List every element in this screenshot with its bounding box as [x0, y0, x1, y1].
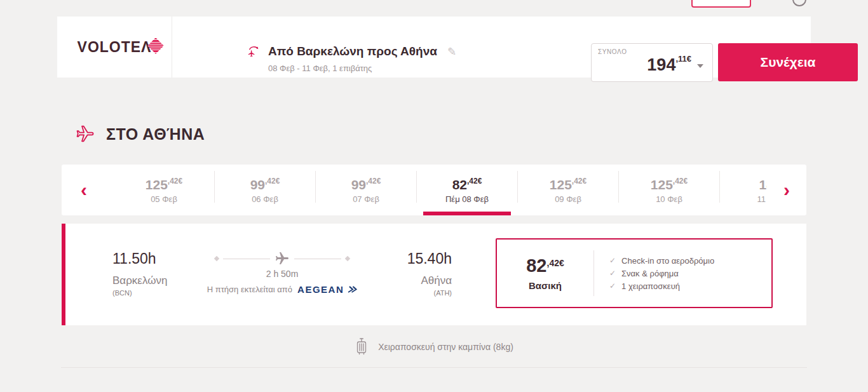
arrival-city: Αθήνα: [388, 274, 452, 287]
carousel-next-button[interactable]: ›: [772, 165, 801, 215]
roundtrip-plane-icon: [247, 44, 261, 58]
item-price: 99,42€: [215, 175, 315, 192]
item-date: 06 Φεβ: [215, 194, 315, 204]
section-title: ΣΤΟ ΑΘΉΝΑ: [106, 125, 205, 144]
plane-outline-icon: [76, 125, 95, 144]
aegean-chevrons-icon: [347, 285, 358, 294]
trip-summary: Από Βαρκελώνη προς Αθήνα ✎ 08 Φεβ - 11 Φ…: [247, 44, 456, 73]
fare-benefit: ✓Σνακ & ρόφημα: [609, 269, 714, 278]
departure-code: (BCN): [112, 289, 167, 297]
edit-icon[interactable]: ✎: [447, 45, 456, 58]
item-price: 125,42€: [518, 175, 618, 192]
help-icon[interactable]: [792, 0, 806, 6]
item-date: 11 Φεβ: [720, 194, 767, 204]
fare-name: Βασική: [497, 280, 593, 291]
item-price: 82,42€: [417, 175, 517, 192]
route-block: 2 h 50m Η πτήση εκτελείται από AEGEAN: [200, 253, 365, 295]
route-endpoint-icon: [214, 256, 219, 261]
item-date: 10 Φεβ: [619, 194, 719, 204]
accent-bar: [62, 224, 65, 325]
fare-option-basic[interactable]: 82,42€ Βασική ✓Check-in στο αεροδρόμιο ✓…: [496, 238, 773, 308]
route-plane-icon: [275, 251, 290, 266]
selected-underline: [423, 212, 511, 215]
baggage-note-text: Χειραποσκευή στην καμπίνα (8kg): [378, 342, 513, 352]
top-partial-button[interactable]: [691, 0, 751, 8]
trip-dates: 08 Φεβ - 11 Φεβ, 1 επιβάτης: [268, 64, 456, 73]
departure-city: Βαρκελώνη: [112, 274, 167, 287]
carousel-track: 125,42€ 05 Φεβ 99,42€ 06 Φεβ 99,42€ 07 Φ…: [114, 165, 767, 215]
arrival-block: 15.40h Αθήνα (ATH): [388, 250, 452, 297]
chevron-down-icon[interactable]: [697, 64, 703, 68]
route-endpoint-icon: [345, 256, 350, 261]
arrival-time: 15.40h: [388, 250, 452, 267]
fare-price: 82,42€ Βασική: [497, 255, 593, 291]
item-price: 185: [720, 175, 767, 192]
check-icon: ✓: [609, 256, 616, 265]
fare-benefit: ✓Check-in στο αεροδρόμιο: [609, 256, 714, 266]
item-price: 99,42€: [316, 175, 416, 192]
route-line: [215, 253, 349, 264]
total-price-box[interactable]: ΣΥΝΟΛΟ 194,11€: [591, 43, 713, 82]
bottom-divider: [61, 367, 807, 368]
volotea-logo[interactable]: VOLOTEΛ: [57, 17, 172, 78]
fare-benefit: ✓1 χειραποσκευή: [609, 281, 714, 291]
date-price-item-selected[interactable]: 82,42€ Πέμ 08 Φεβ: [417, 165, 517, 215]
date-price-item[interactable]: 185 11 Φεβ: [720, 165, 767, 215]
date-price-item[interactable]: 125,42€ 09 Φεβ: [518, 165, 618, 215]
operated-by-text: Η πτήση εκτελείται από: [207, 285, 292, 294]
item-price: 125,42€: [619, 175, 719, 192]
date-price-item[interactable]: 125,42€ 10 Φεβ: [619, 165, 719, 215]
check-icon: ✓: [609, 281, 616, 290]
departure-time: 11.50h: [112, 250, 167, 267]
total-label: ΣΥΝΟΛΟ: [598, 48, 627, 55]
date-price-item[interactable]: 99,42€ 07 Φεβ: [316, 165, 416, 215]
item-date: 07 Φεβ: [316, 194, 416, 204]
volotea-logo-text: VOLOTEΛ: [78, 39, 152, 56]
trip-title: Από Βαρκελώνη προς Αθήνα: [268, 44, 437, 58]
item-date: Πέμ 08 Φεβ: [417, 194, 517, 204]
chevron-right-icon: ›: [783, 179, 790, 200]
date-price-item[interactable]: 125,42€ 05 Φεβ: [114, 165, 214, 215]
baggage-note-row: Χειραποσκευή στην καμπίνα (8kg): [0, 337, 868, 356]
item-price: 125,42€: [114, 175, 214, 192]
check-icon: ✓: [609, 269, 616, 278]
item-date: 05 Φεβ: [114, 194, 214, 204]
date-price-item[interactable]: 99,42€ 06 Φεβ: [215, 165, 315, 215]
section-header: ΣΤΟ ΑΘΉΝΑ: [76, 125, 205, 144]
flight-card: 11.50h Βαρκελώνη (BCN) 2 h 50m Η πτήση ε…: [62, 224, 806, 325]
chevron-left-icon: ‹: [81, 179, 87, 200]
arrival-code: (ATH): [388, 289, 452, 297]
flight-duration: 2 h 50m: [200, 269, 365, 279]
suitcase-icon: [355, 337, 369, 356]
carousel-prev-button[interactable]: ‹: [69, 165, 98, 215]
item-date: 09 Φεβ: [518, 194, 618, 204]
fare-benefits: ✓Check-in στο αεροδρόμιο ✓Σνακ & ρόφημα …: [594, 253, 714, 294]
departure-block: 11.50h Βαρκελώνη (BCN): [112, 250, 167, 297]
continue-button[interactable]: Συνέχεια: [718, 43, 858, 81]
header-card: VOLOTEΛ Από Βαρκελώνη προς Αθήνα ✎ 08 Φε…: [57, 17, 811, 78]
aegean-logo: AEGEAN: [297, 284, 344, 295]
total-amount: 194,11€: [647, 55, 691, 75]
date-carousel: ‹ 125,42€ 05 Φεβ 99,42€ 06 Φεβ 99,42€ 07…: [62, 165, 806, 215]
